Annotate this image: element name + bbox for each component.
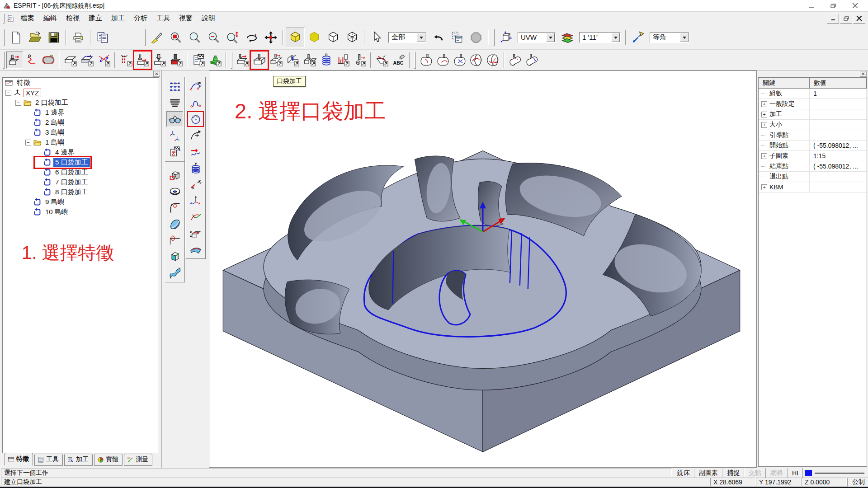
toolbar-grip[interactable] [3, 29, 5, 46]
viewport-3d[interactable]: 口袋加工 2. 選擇口袋加工 [209, 70, 757, 468]
property-row-0[interactable]: 組數1 [759, 89, 867, 99]
selection-filter-combo[interactable]: 全部 [388, 32, 426, 43]
unfold-button[interactable] [187, 225, 204, 241]
doc-close-icon[interactable] [853, 14, 865, 23]
properties-col-key[interactable]: 關鍵 [759, 78, 810, 89]
tree-item-1[interactable]: −2 口袋加工 [3, 98, 159, 108]
rotary-a-button[interactable] [418, 52, 434, 69]
status-toggle-HI[interactable]: HI [788, 468, 803, 478]
arrows-exchange-button[interactable] [187, 176, 204, 192]
properties-panel-close-icon[interactable]: ✕ [860, 71, 867, 77]
status-color-swatch[interactable] [805, 470, 812, 476]
property-row-7[interactable]: 結束點( -55.098012, ... [759, 161, 867, 172]
tree-item-0[interactable]: −XYZ [3, 88, 159, 98]
chevron-down-icon[interactable] [546, 33, 555, 42]
feature-tool-button[interactable] [134, 52, 151, 69]
zoom-extents-button[interactable] [223, 28, 242, 47]
tree-item-label[interactable]: 7 口袋加工 [53, 178, 90, 187]
engraving-button[interactable]: ABC [390, 52, 407, 69]
tree-item-label[interactable]: 9 島嶼 [43, 197, 66, 207]
view-combo[interactable]: 等角 [650, 32, 689, 43]
pan-view-button[interactable] [261, 28, 280, 47]
tree-item-5[interactable]: −1 島嶼 [3, 137, 159, 147]
tree-root[interactable]: 特徵 [3, 78, 159, 88]
pocketing-button[interactable] [251, 52, 268, 69]
property-row-9[interactable]: +KBM [759, 182, 867, 192]
solid-cube-button[interactable] [166, 167, 183, 183]
status-toggle-副圖素[interactable]: 副圖素 [694, 468, 722, 478]
new-file-button[interactable] [6, 28, 25, 47]
tree-item-11[interactable]: 9 島嶼 [3, 197, 159, 207]
layers-button[interactable] [558, 28, 577, 47]
status-toggle-銑床[interactable]: 銑床 [673, 468, 694, 478]
tree-item-label[interactable]: 5 口袋加工 [53, 158, 90, 167]
menu-item-1[interactable]: 編輯 [39, 12, 61, 24]
open-folder-button[interactable] [25, 28, 44, 47]
tree-item-label[interactable]: 6 口袋加工 [53, 168, 90, 177]
zoom-out-button[interactable] [204, 28, 223, 47]
paste-attributes-button[interactable] [448, 28, 467, 47]
axes-curve-button[interactable] [187, 192, 204, 208]
tree-item-7[interactable]: 5 口袋加工 [3, 157, 159, 167]
feature-axis-button[interactable] [95, 52, 112, 69]
tree-item-label[interactable]: XYZ [24, 89, 41, 97]
tab-2[interactable]: 加工 [64, 454, 93, 466]
cube-faces-button[interactable] [166, 249, 183, 264]
menu-grip[interactable] [3, 14, 5, 23]
swept-surface-button[interactable] [166, 265, 183, 281]
cube-wire-button[interactable] [324, 28, 343, 47]
rest-machining-button[interactable] [335, 52, 351, 69]
feature-drill-button[interactable] [151, 52, 168, 69]
cube-shaded-button[interactable] [286, 28, 305, 47]
corner-diamond-button[interactable] [166, 232, 183, 248]
status-toggle-交點[interactable]: 交點 [744, 468, 766, 478]
feature-face-button[interactable] [62, 52, 79, 69]
status-toggle-網格[interactable]: 網格 [766, 468, 788, 478]
rotary-c-button[interactable] [451, 52, 468, 69]
surface-fill-button[interactable] [187, 241, 204, 257]
axes-multi-button[interactable] [166, 127, 183, 143]
property-row-3[interactable]: +大小 [759, 120, 867, 130]
layer-combo[interactable]: 1 '11' [579, 32, 621, 43]
stock-button[interactable] [40, 52, 57, 69]
expand-icon[interactable]: + [761, 122, 767, 128]
hatch-button[interactable] [166, 95, 183, 111]
menu-item-7[interactable]: 視窗 [175, 12, 197, 24]
menu-item-8[interactable]: 說明 [197, 12, 220, 24]
circle-auto-button[interactable] [187, 111, 204, 127]
menu-item-4[interactable]: 加工 [107, 12, 129, 24]
tree-expand-icon[interactable]: − [15, 100, 21, 106]
menu-item-5[interactable]: 分析 [129, 12, 152, 24]
tree-item-label[interactable]: 10 島嶼 [43, 207, 70, 217]
tree-item-label[interactable]: 1 邊界 [43, 108, 66, 117]
redraw-brush-button[interactable] [147, 28, 166, 47]
toolbar-grip[interactable] [231, 52, 232, 69]
threading-button[interactable] [351, 52, 368, 69]
close-icon[interactable] [850, 2, 860, 10]
toolbar-grip[interactable] [493, 29, 495, 46]
tree-item-12[interactable]: 10 島嶼 [3, 207, 159, 217]
toolbar-grip[interactable] [144, 29, 146, 46]
workplane-combo[interactable]: UVW [518, 32, 556, 43]
wall-machining-button[interactable] [284, 52, 301, 69]
facing-button[interactable] [234, 52, 251, 69]
report-button[interactable] [93, 28, 112, 47]
rotate-view-button[interactable] [242, 28, 261, 47]
property-row-1[interactable]: +一般設定 [759, 99, 867, 109]
tree-item-6[interactable]: 4 邊界 [3, 147, 159, 157]
restore-icon[interactable] [828, 2, 838, 10]
chevron-down-icon[interactable] [680, 33, 689, 42]
surface-patch-button[interactable] [166, 216, 183, 232]
tree-item-label[interactable]: 8 口袋加工 [53, 188, 90, 197]
spiraling-button[interactable] [318, 52, 335, 69]
feature-mill-button[interactable] [168, 52, 184, 69]
workplane-cube-button[interactable] [496, 28, 515, 47]
chevron-down-icon[interactable] [417, 33, 425, 42]
select-cursor-button[interactable] [367, 28, 386, 47]
tab-4[interactable]: 測量 [124, 454, 152, 466]
tree-expand-icon[interactable]: − [5, 90, 11, 96]
menu-item-3[interactable]: 建立 [84, 12, 107, 24]
drilling-button[interactable] [301, 52, 318, 69]
tab-0[interactable]: 特徵 [5, 453, 33, 466]
trim-button[interactable] [373, 52, 390, 69]
